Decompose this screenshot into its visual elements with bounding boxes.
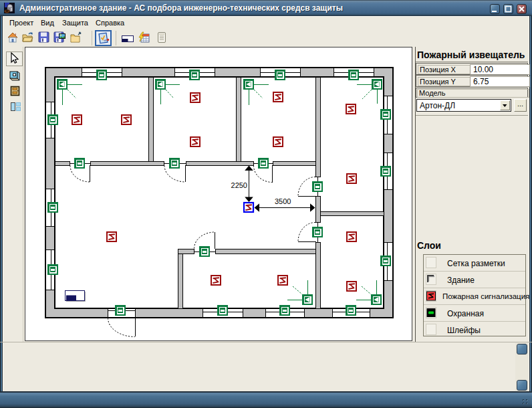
svg-text:3500: 3500 — [275, 197, 291, 205]
svg-text:2250: 2250 — [231, 181, 247, 189]
